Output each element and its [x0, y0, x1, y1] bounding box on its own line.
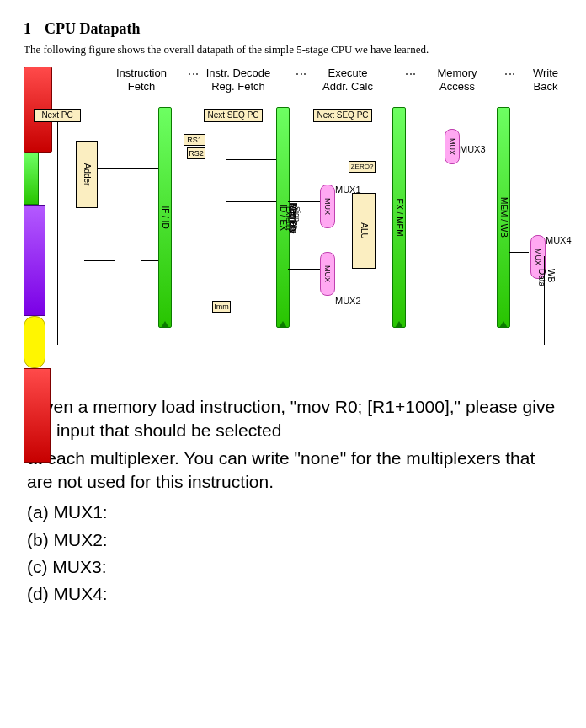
stage-if: Instruction Fetch: [99, 67, 184, 93]
stage-sep-3: ⋮: [404, 68, 418, 77]
mux2-inner: MUX: [323, 265, 332, 282]
stage-if-line1: Instruction: [116, 67, 167, 79]
adder-label: Adder: [83, 163, 92, 186]
stage-sep-4: ⋮: [503, 68, 517, 77]
rs1: RS1: [184, 134, 205, 146]
section-number: 1: [24, 20, 31, 37]
option-a: (a) MUX1:: [27, 500, 559, 524]
mux1: MUX: [320, 185, 335, 228]
rs2: RS2: [187, 147, 205, 159]
alu: ALU: [352, 193, 376, 269]
stage-sep-2: ⋮: [295, 68, 308, 77]
section-title: 1CPU Datapath: [24, 20, 562, 38]
intro-text: The following figure shows the overall d…: [24, 43, 562, 56]
stage-mem-line1: Memory: [438, 67, 477, 79]
stage-if-line2: Fetch: [128, 80, 156, 93]
alu-label: ALU: [360, 222, 369, 238]
stage-id-line2: Reg. Fetch: [211, 80, 265, 93]
mux4-inner: MUX: [534, 249, 542, 265]
stage-ex: Execute Addr. Calc: [310, 67, 386, 93]
wb-data-label: WB Data: [537, 269, 556, 286]
adder: Adder: [76, 141, 98, 208]
pipe-exmem-label: EX / MEM: [395, 198, 404, 236]
stage-id: Instr. Decode Reg. Fetch: [192, 67, 285, 93]
stage-mem: Memory Access: [419, 67, 495, 93]
stage-wb-line2: Back: [534, 80, 558, 93]
question-line-1: Given a memory load instruction, "mov R0…: [27, 395, 559, 443]
data-memory: Memory: [24, 368, 51, 463]
option-b: (b) MUX2:: [27, 528, 559, 552]
mux3-label: MUX3: [460, 144, 486, 154]
mux4-label: MUX4: [546, 235, 572, 245]
next-pc: Next PC: [34, 109, 81, 122]
pipe-memwb: MEM / WB: [497, 107, 510, 328]
zero-detect: ZERO?: [349, 161, 376, 173]
mux1-inner: MUX: [323, 198, 332, 215]
stage-id-line1: Instr. Decode: [206, 67, 271, 79]
question-line-2: at each multiplexer. You can write "none…: [27, 447, 559, 495]
register-file: Reg File: [24, 205, 45, 316]
imm: Imm: [212, 301, 231, 313]
dmem-label: Memory: [289, 203, 298, 233]
sign-extend: SignExtend: [24, 316, 45, 368]
mux3-inner: MUX: [448, 138, 456, 155]
pipe-ifid: IF / ID: [158, 107, 172, 328]
pipe-exmem: EX / MEM: [392, 107, 406, 328]
address-reg: Address: [24, 153, 39, 205]
mux3: MUX: [445, 129, 460, 164]
stage-wb-line1: Write: [533, 67, 558, 79]
stage-wb: Write Back: [520, 67, 571, 93]
next-seq-pc-1: Next SEQ PC: [204, 109, 263, 122]
pipe-ifid-label: IF / ID: [161, 206, 170, 228]
datapath-diagram: Instruction Fetch ⋮ Instr. Decode Reg. F…: [24, 67, 562, 370]
stage-ex-line2: Addr. Calc: [322, 80, 373, 93]
next-seq-pc-2: Next SEQ PC: [313, 109, 372, 122]
stage-ex-line1: Execute: [328, 67, 368, 79]
stage-mem-line2: Access: [440, 80, 475, 93]
pipe-memwb-label: MEM / WB: [499, 197, 509, 238]
option-d: (d) MUX4:: [27, 582, 559, 606]
section-heading: CPU Datapath: [45, 20, 141, 37]
mux2: MUX: [320, 252, 335, 296]
question-block: Given a memory load instruction, "mov R0…: [24, 395, 562, 607]
option-c: (c) MUX3:: [27, 555, 559, 579]
mux1-label: MUX1: [335, 185, 361, 195]
mux2-label: MUX2: [335, 296, 361, 306]
